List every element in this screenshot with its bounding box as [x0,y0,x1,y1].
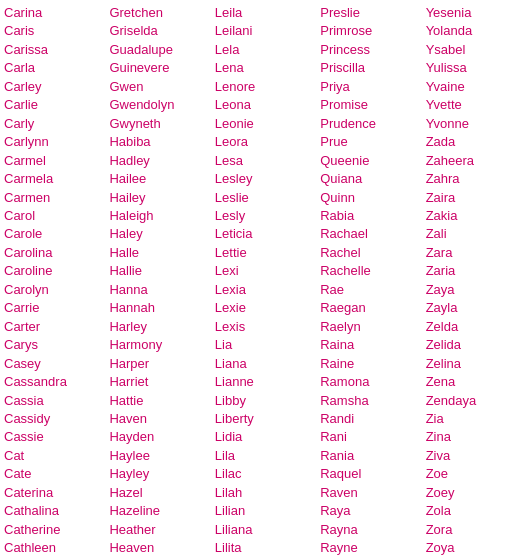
list-item: Leslie [215,189,316,207]
list-item: Hazeline [109,502,210,520]
list-item: Zola [426,502,527,520]
list-item: Rabia [320,207,421,225]
list-item: Liana [215,355,316,373]
names-grid: CarinaCarisCarissaCarlaCarleyCarlieCarly… [0,0,531,559]
list-item: Yvette [426,96,527,114]
list-item: Prue [320,133,421,151]
list-item: Rania [320,447,421,465]
list-item: Lesley [215,170,316,188]
list-item: Harley [109,318,210,336]
list-item: Carter [4,318,105,336]
list-item: Zia [426,410,527,428]
list-item: Habiba [109,133,210,151]
list-item: Carlie [4,96,105,114]
list-item: Hannah [109,299,210,317]
list-item: Preslie [320,4,421,22]
list-item: Priscilla [320,59,421,77]
list-item: Rae [320,281,421,299]
list-item: Raegan [320,299,421,317]
list-item: Heaven [109,539,210,557]
list-item: Hallie [109,262,210,280]
list-item: Ziva [426,447,527,465]
list-item: Caterina [4,484,105,502]
list-item: Zada [426,133,527,151]
list-item: Liliana [215,521,316,539]
list-item: Ramona [320,373,421,391]
list-item: Yesenia [426,4,527,22]
list-item: Raelyn [320,318,421,336]
list-item: Lexie [215,299,316,317]
list-item: Lia [215,336,316,354]
list-item: Lela [215,41,316,59]
list-item: Caris [4,22,105,40]
list-item: Leonie [215,115,316,133]
list-item: Cassidy [4,410,105,428]
list-item: Lexia [215,281,316,299]
list-item: Yvonne [426,115,527,133]
list-item: Yolanda [426,22,527,40]
list-item: Harmony [109,336,210,354]
list-item: Yvaine [426,78,527,96]
list-item: Hayley [109,465,210,483]
list-item: Randi [320,410,421,428]
list-item: Raya [320,502,421,520]
list-item: Carole [4,225,105,243]
list-item: Cassie [4,428,105,446]
list-item: Leticia [215,225,316,243]
list-item: Rachael [320,225,421,243]
list-item: Harriet [109,373,210,391]
list-item: Harper [109,355,210,373]
list-item: Lesly [215,207,316,225]
list-item: Quinn [320,189,421,207]
list-item: Carmel [4,152,105,170]
list-item: Lenore [215,78,316,96]
list-item: Zaria [426,262,527,280]
list-item: Carley [4,78,105,96]
list-item: Caroline [4,262,105,280]
list-item: Rayne [320,539,421,557]
list-item: Lila [215,447,316,465]
list-item: Carmen [4,189,105,207]
list-item: Casey [4,355,105,373]
list-item: Guinevere [109,59,210,77]
list-item: Zali [426,225,527,243]
list-item: Lettie [215,244,316,262]
list-item: Lianne [215,373,316,391]
list-item: Yulissa [426,59,527,77]
list-item: Lena [215,59,316,77]
list-item: Gretchen [109,4,210,22]
list-item: Ysabel [426,41,527,59]
list-item: Leilani [215,22,316,40]
list-item: Cat [4,447,105,465]
column-col4: PresliePrimrosePrincessPriscillaPriyaPro… [318,4,423,559]
list-item: Zendaya [426,392,527,410]
list-item: Hattie [109,392,210,410]
list-item: Lilian [215,502,316,520]
list-item: Gwyneth [109,115,210,133]
list-item: Leora [215,133,316,151]
list-item: Zora [426,521,527,539]
list-item: Cassandra [4,373,105,391]
list-item: Lesa [215,152,316,170]
list-item: Zoe [426,465,527,483]
list-item: Libby [215,392,316,410]
list-item: Princess [320,41,421,59]
list-item: Griselda [109,22,210,40]
list-item: Zelida [426,336,527,354]
list-item: Carla [4,59,105,77]
list-item: Rachelle [320,262,421,280]
list-item: Lidia [215,428,316,446]
list-item: Raven [320,484,421,502]
list-item: Zelina [426,355,527,373]
list-item: Rayna [320,521,421,539]
list-item: Lilah [215,484,316,502]
list-item: Carrie [4,299,105,317]
list-item: Haylee [109,447,210,465]
list-item: Queenie [320,152,421,170]
list-item: Hadley [109,152,210,170]
list-item: Promise [320,96,421,114]
list-item: Ramsha [320,392,421,410]
list-item: Haley [109,225,210,243]
list-item: Raine [320,355,421,373]
list-item: Raina [320,336,421,354]
